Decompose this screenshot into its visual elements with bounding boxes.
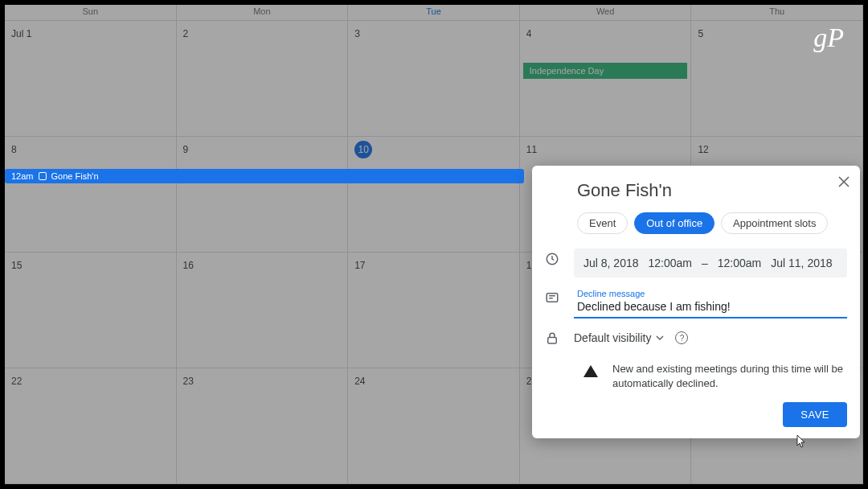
- day-header-sun: Sun: [5, 5, 177, 21]
- event-title-input[interactable]: Gone Fish'n: [577, 180, 847, 201]
- visibility-select[interactable]: Default visibility ?: [574, 331, 688, 344]
- calendar-cell[interactable]: 15: [5, 253, 177, 368]
- event-type-tabs: Event Out of office Appointment slots: [577, 212, 847, 234]
- calendar-cell[interactable]: Jul 1: [5, 21, 177, 137]
- decline-message-input[interactable]: [577, 298, 844, 313]
- calendar-cell[interactable]: 8: [5, 137, 177, 253]
- day-header-mon: Mon: [177, 5, 349, 21]
- event-bar-gone-fishn[interactable]: 12am Gone Fish'n: [5, 169, 524, 183]
- start-date: Jul 8, 2018: [583, 257, 639, 269]
- day-header-tue: Tue: [348, 5, 520, 21]
- date-number: 22: [11, 376, 22, 387]
- date-number: 15: [11, 260, 22, 271]
- date-number: 4: [526, 28, 532, 39]
- start-time: 12:00am: [649, 257, 692, 269]
- pill-event[interactable]: Event: [577, 212, 628, 234]
- pill-out-of-office[interactable]: Out of office: [634, 212, 714, 234]
- calendar-cell[interactable]: 2: [177, 21, 349, 137]
- calendar-cell[interactable]: 3: [348, 21, 520, 137]
- day-header-wed: Wed: [520, 5, 692, 21]
- warning-notice: New and existing meetings during this ti…: [583, 362, 847, 391]
- calendar-cell[interactable]: 23: [177, 368, 349, 484]
- close-icon: [838, 176, 850, 187]
- save-button[interactable]: SAVE: [783, 402, 847, 427]
- end-time: 12:00am: [718, 257, 761, 269]
- calendar-cell[interactable]: 10: [348, 137, 520, 253]
- day-header-thu: Thu: [691, 5, 863, 21]
- calendar-cell[interactable]: 22: [5, 368, 177, 484]
- close-button[interactable]: [836, 174, 852, 190]
- event-type-icon: [39, 172, 47, 180]
- clock-icon: [545, 252, 561, 268]
- calendar-cell[interactable]: 16: [177, 253, 349, 368]
- decline-message-field[interactable]: Decline message: [574, 287, 847, 318]
- decline-message-label: Decline message: [577, 289, 844, 298]
- warning-text: New and existing meetings during this ti…: [612, 362, 847, 391]
- date-number-today: 10: [354, 141, 372, 158]
- calendar-cell[interactable]: 4 Independence Day: [520, 21, 692, 137]
- calendar-cell[interactable]: 9: [177, 137, 349, 253]
- date-number: 16: [183, 260, 194, 271]
- visibility-label: Default visibility: [574, 331, 651, 344]
- help-icon[interactable]: ?: [675, 331, 688, 344]
- holiday-chip[interactable]: Independence Day: [523, 63, 688, 79]
- date-number: 8: [11, 144, 17, 155]
- calendar-cell[interactable]: 24: [348, 368, 520, 484]
- warning-icon: [583, 365, 598, 377]
- date-number: 3: [354, 28, 360, 39]
- date-number: 2: [183, 28, 189, 39]
- time-separator: –: [702, 257, 708, 269]
- event-time: 12am: [11, 171, 34, 181]
- pill-appointment-slots[interactable]: Appointment slots: [721, 212, 828, 234]
- date-number: 12: [698, 144, 708, 155]
- date-number: 23: [183, 376, 194, 387]
- time-range[interactable]: Jul 8, 2018 12:00am – 12:00am Jul 11, 20…: [574, 249, 847, 277]
- event-title: Gone Fish'n: [51, 171, 99, 181]
- brand-watermark: gP: [813, 23, 844, 53]
- date-number: 24: [354, 376, 365, 387]
- chevron-down-icon: [656, 335, 664, 340]
- date-number: Jul 1: [11, 28, 31, 39]
- date-number: 17: [354, 260, 365, 271]
- message-icon: [545, 290, 561, 306]
- calendar-cell[interactable]: 17: [348, 253, 520, 368]
- event-popover: Gone Fish'n Event Out of office Appointm…: [532, 166, 860, 438]
- date-number: 5: [698, 28, 703, 39]
- date-number: 9: [183, 144, 189, 155]
- end-date: Jul 11, 2018: [771, 257, 832, 269]
- svg-rect-2: [548, 338, 557, 344]
- lock-icon: [545, 331, 561, 347]
- date-number: 11: [526, 144, 537, 155]
